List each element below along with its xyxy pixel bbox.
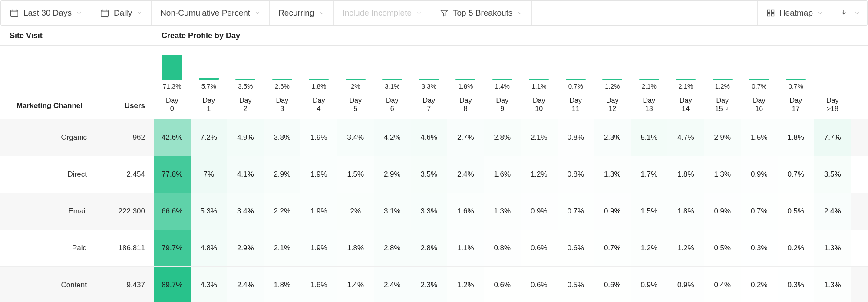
heat-cell[interactable]: 2.8%: [374, 230, 411, 266]
heat-cell[interactable]: 1.3%: [594, 156, 631, 193]
heat-cell[interactable]: 1.5%: [741, 119, 778, 156]
heat-cell[interactable]: 1.9%: [300, 119, 337, 156]
column-header-day-7[interactable]: Day7: [411, 92, 448, 119]
heat-cell[interactable]: 0.2%: [741, 267, 778, 302]
column-header-day-17[interactable]: Day17: [778, 92, 815, 119]
column-header-day-0[interactable]: Day0: [154, 92, 191, 119]
heat-cell[interactable]: 1.6%: [300, 267, 337, 302]
heat-cell[interactable]: 0.8%: [484, 230, 521, 266]
heat-cell[interactable]: 0.7%: [741, 193, 778, 230]
heat-cell[interactable]: 4.6%: [411, 119, 448, 156]
column-header-day-18[interactable]: Day>18: [814, 92, 851, 119]
heat-cell[interactable]: 2.8%: [411, 230, 448, 266]
heat-cell[interactable]: 0.9%: [521, 193, 558, 230]
heat-cell[interactable]: 3.1%: [374, 193, 411, 230]
column-header-day-6[interactable]: Day6: [374, 92, 411, 119]
heat-cell[interactable]: 89.7%: [154, 267, 191, 302]
heat-cell[interactable]: 2.9%: [264, 156, 301, 193]
heat-cell[interactable]: 2%: [337, 193, 374, 230]
heat-cell[interactable]: 5.3%: [191, 193, 228, 230]
heat-cell[interactable]: 1.2%: [447, 267, 484, 302]
heat-cell[interactable]: 1.3%: [704, 156, 741, 193]
metric-selector[interactable]: Non-Cumulative Percent: [152, 1, 270, 25]
heat-cell[interactable]: 3.4%: [337, 119, 374, 156]
column-header-day-2[interactable]: Day2: [227, 92, 264, 119]
column-header-day-3[interactable]: Day3: [264, 92, 301, 119]
heat-cell[interactable]: 2.4%: [227, 267, 264, 302]
heat-cell[interactable]: 0.6%: [521, 230, 558, 266]
column-header-day-9[interactable]: Day9: [484, 92, 521, 119]
heat-cell[interactable]: 1.4%: [337, 267, 374, 302]
heat-cell[interactable]: 1.9%: [300, 193, 337, 230]
heat-cell[interactable]: 79.7%: [154, 230, 191, 266]
column-header-day-11[interactable]: Day11: [558, 92, 594, 119]
column-header-day-15[interactable]: Day15: [704, 92, 741, 119]
heat-cell[interactable]: 3.3%: [411, 193, 448, 230]
heat-cell[interactable]: 2.7%: [447, 119, 484, 156]
heat-cell[interactable]: 1.8%: [778, 119, 815, 156]
heat-cell[interactable]: 0.9%: [631, 267, 668, 302]
heat-cell[interactable]: 2.9%: [227, 230, 264, 266]
column-header-users[interactable]: Users: [99, 92, 154, 119]
heat-cell[interactable]: 0.7%: [594, 230, 631, 266]
heat-cell[interactable]: 1.8%: [667, 193, 704, 230]
heat-cell[interactable]: 0.2%: [778, 230, 815, 266]
heat-cell[interactable]: 0.9%: [594, 193, 631, 230]
heat-cell[interactable]: 1.3%: [814, 230, 851, 266]
heat-cell[interactable]: 2.1%: [264, 230, 301, 266]
heat-cell[interactable]: 1.3%: [814, 267, 851, 302]
heat-cell[interactable]: 4.1%: [227, 156, 264, 193]
column-header-day-14[interactable]: Day14: [667, 92, 704, 119]
heat-cell[interactable]: 4.8%: [191, 230, 228, 266]
heat-cell[interactable]: 4.7%: [667, 119, 704, 156]
heat-cell[interactable]: 7%: [191, 156, 228, 193]
view-selector[interactable]: Heatmap: [758, 1, 832, 25]
column-header-day-13[interactable]: Day13: [631, 92, 668, 119]
heat-cell[interactable]: 3.5%: [814, 156, 851, 193]
heat-cell[interactable]: 3.4%: [227, 193, 264, 230]
heat-cell[interactable]: 1.8%: [264, 267, 301, 302]
heat-cell[interactable]: 1.3%: [484, 193, 521, 230]
heat-cell[interactable]: 0.5%: [558, 267, 594, 302]
heat-cell[interactable]: 0.9%: [741, 156, 778, 193]
heat-cell[interactable]: 5.1%: [631, 119, 668, 156]
heat-cell[interactable]: 0.6%: [594, 267, 631, 302]
heat-cell[interactable]: 1.5%: [337, 156, 374, 193]
heat-cell[interactable]: 2.4%: [814, 193, 851, 230]
heat-cell[interactable]: 0.6%: [484, 267, 521, 302]
heat-cell[interactable]: 1.1%: [447, 230, 484, 266]
heat-cell[interactable]: 1.6%: [484, 156, 521, 193]
granularity-selector[interactable]: Daily: [91, 1, 152, 25]
heat-cell[interactable]: 0.5%: [778, 193, 815, 230]
heat-cell[interactable]: 66.6%: [154, 193, 191, 230]
column-header-day-8[interactable]: Day8: [447, 92, 484, 119]
heat-cell[interactable]: 1.7%: [631, 156, 668, 193]
column-header-day-10[interactable]: Day10: [521, 92, 558, 119]
heat-cell[interactable]: 1.9%: [300, 230, 337, 266]
heat-cell[interactable]: 0.9%: [667, 267, 704, 302]
breakouts-selector[interactable]: Top 5 Breakouts: [431, 1, 532, 25]
heat-cell[interactable]: 0.3%: [741, 230, 778, 266]
heat-cell[interactable]: 0.8%: [558, 119, 594, 156]
heat-cell[interactable]: 1.2%: [631, 230, 668, 266]
heat-cell[interactable]: 0.8%: [558, 156, 594, 193]
heat-cell[interactable]: 1.2%: [667, 230, 704, 266]
heat-cell[interactable]: 2.3%: [411, 267, 448, 302]
heat-cell[interactable]: 1.6%: [447, 193, 484, 230]
heat-cell[interactable]: 77.8%: [154, 156, 191, 193]
heat-cell[interactable]: 1.8%: [667, 156, 704, 193]
heat-cell[interactable]: 3.8%: [264, 119, 301, 156]
heat-cell[interactable]: 2.9%: [704, 119, 741, 156]
heat-cell[interactable]: 1.2%: [521, 156, 558, 193]
heat-cell[interactable]: 1.5%: [631, 193, 668, 230]
heat-cell[interactable]: 0.7%: [778, 156, 815, 193]
heat-cell[interactable]: 2.3%: [594, 119, 631, 156]
heat-cell[interactable]: 0.4%: [704, 267, 741, 302]
download-button[interactable]: [832, 1, 867, 25]
column-header-day-5[interactable]: Day5: [337, 92, 374, 119]
heat-cell[interactable]: 2.9%: [374, 156, 411, 193]
column-header-day-12[interactable]: Day12: [594, 92, 631, 119]
column-header-day-4[interactable]: Day4: [300, 92, 337, 119]
heat-cell[interactable]: 0.5%: [704, 230, 741, 266]
heat-cell[interactable]: 0.9%: [704, 193, 741, 230]
